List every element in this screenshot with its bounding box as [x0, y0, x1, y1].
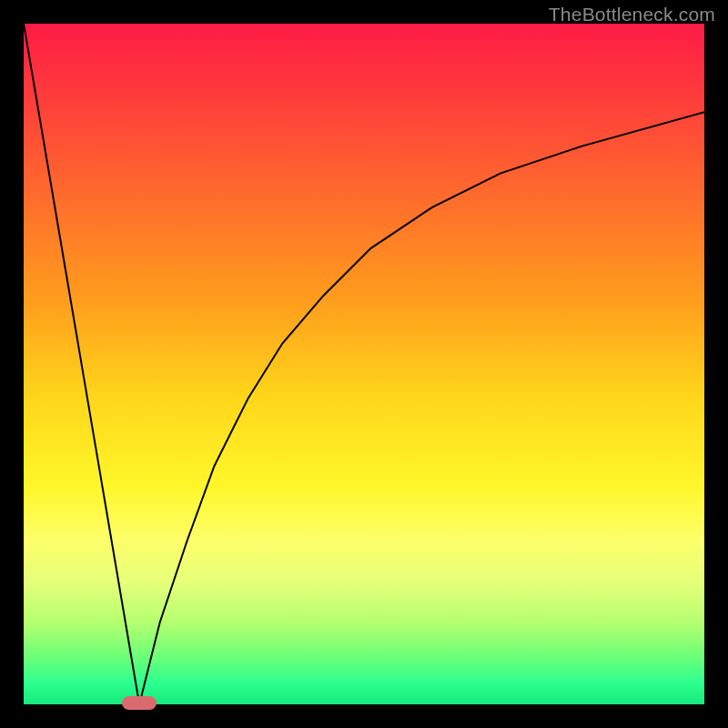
- curve-left-branch: [24, 24, 139, 704]
- watermark-text: TheBottleneck.com: [549, 4, 715, 25]
- curve-svg: [24, 24, 704, 704]
- curve-right-branch: [139, 112, 704, 704]
- plot-area: [24, 24, 704, 704]
- bottleneck-marker: [122, 696, 157, 710]
- chart-frame: TheBottleneck.com: [0, 0, 728, 728]
